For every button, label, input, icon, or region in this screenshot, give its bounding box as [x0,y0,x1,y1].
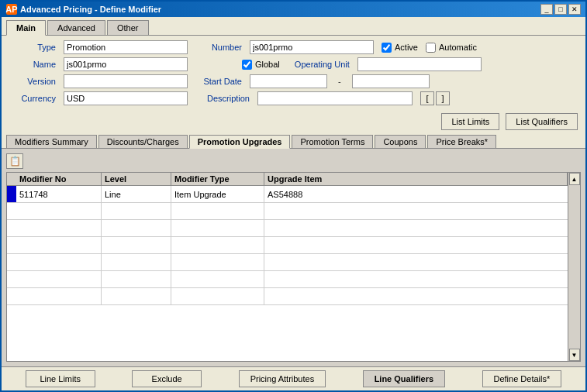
cell-modifier-type [171,220,264,236]
cell-modifier-type [171,288,264,304]
tab-advanced[interactable]: Advanced [47,20,105,35]
cell-modifier-no [16,288,102,304]
automatic-label: Automatic [439,43,477,52]
scroll-down-button[interactable]: ▼ [569,349,580,361]
form-area: Type Number Active Automatic Name Global… [2,36,585,112]
tab-price-breaks[interactable]: Price Breaks* [427,135,496,148]
cell-modifier-no [16,271,102,287]
table-row[interactable] [7,254,580,271]
number-label: Number [195,43,242,52]
toolbar-row: 📋 [6,153,581,169]
cell-modifier-type [171,271,264,287]
tab-promotion-terms[interactable]: Promotion Terms [292,135,373,148]
cell-modifier-type: Item Upgrade [171,186,264,202]
cell-upgrade-item: AS54888 [264,186,580,202]
cell-level [102,254,171,270]
start-date-input[interactable] [250,74,327,88]
list-limits-button[interactable]: List Limits [441,113,499,130]
exclude-button[interactable]: Exclude [132,370,202,387]
table-row[interactable] [7,220,580,237]
active-checkbox[interactable] [382,43,392,53]
data-table: Modifier No Level Modifier Type Upgrade … [6,172,581,362]
name-label: Name [9,60,56,69]
cell-upgrade-item [264,271,580,287]
list-qualifiers-button[interactable]: List Qualifiers [506,113,578,130]
version-input[interactable] [64,74,188,88]
cell-level: Line [102,186,171,202]
cell-modifier-no [16,203,102,219]
tab-modifiers-summary[interactable]: Modifiers Summary [6,135,97,148]
header-indicator [7,173,16,185]
start-date-label: Start Date [195,77,242,86]
cell-modifier-no [16,254,102,270]
row-indicator [7,271,16,287]
number-input[interactable] [250,40,374,54]
scroll-track[interactable] [568,185,580,349]
main-tabs-bar: Main Advanced Other [2,17,585,36]
form-row-name: Name Global Operating Unit [9,57,578,71]
active-label: Active [395,43,418,52]
global-checkbox-group: Global [242,60,280,70]
restore-button[interactable]: □ [554,4,567,15]
tab-main[interactable]: Main [6,20,46,36]
bracket-close-button[interactable]: ] [436,91,450,105]
table-body: 511748 Line Item Upgrade AS54888 [7,186,580,361]
currency-label: Currency [9,94,56,103]
currency-input[interactable] [64,91,188,105]
form-row-version: Version Start Date - [9,74,578,88]
content-area: 📋 Modifier No Level Modifier Type Upgrad… [2,149,585,366]
tab-promotion-upgrades[interactable]: Promotion Upgrades [189,135,291,149]
tab-other[interactable]: Other [107,20,149,35]
type-input[interactable] [64,40,188,54]
row-selected-indicator [7,186,16,202]
cell-modifier-no: 511748 [16,186,102,202]
tab-discounts-charges[interactable]: Discounts/Charges [98,135,188,148]
cell-upgrade-item [264,220,580,236]
global-checkbox[interactable] [242,60,252,70]
table-row[interactable]: 511748 Line Item Upgrade AS54888 [7,186,580,203]
title-bar: AP Advanced Pricing - Define Modifier _ … [2,2,585,17]
end-date-input[interactable] [352,74,430,88]
automatic-checkbox-group: Automatic [426,43,477,53]
global-label: Global [255,60,280,69]
bracket-open-button[interactable]: [ [420,91,434,105]
col-header-modifier-type: Modifier Type [171,173,264,185]
name-input[interactable] [64,57,188,71]
table-row[interactable] [7,203,580,220]
col-header-level: Level [102,173,171,185]
row-indicator [7,220,16,236]
cell-upgrade-item [264,288,580,304]
define-details-button[interactable]: Define Details* [482,370,562,387]
tab-coupons[interactable]: Coupons [375,135,426,148]
cell-level [102,237,171,253]
row-indicator [7,254,16,270]
close-button[interactable]: ✕ [568,4,581,15]
form-row-currency: Currency Description [ ] [9,91,578,105]
line-limits-button[interactable]: Line Limits [26,370,95,387]
cell-modifier-type [171,203,264,219]
add-row-icon[interactable]: 📋 [6,153,23,169]
table-row[interactable] [7,288,580,305]
cell-upgrade-item [264,203,580,219]
type-label: Type [9,43,56,52]
table-row[interactable] [7,271,580,288]
pricing-attributes-button[interactable]: Pricing Attributes [239,370,326,387]
cell-modifier-type [171,237,264,253]
bottom-bar: Line Limits Exclude Pricing Attributes L… [2,366,585,390]
row-indicator [7,288,16,304]
title-bar-left: AP Advanced Pricing - Define Modifier [6,4,161,15]
cell-level [102,271,171,287]
scroll-up-button[interactable]: ▲ [569,173,580,185]
cell-level [102,220,171,236]
description-input[interactable] [257,91,413,105]
cell-modifier-no [16,237,102,253]
cell-modifier-type [171,254,264,270]
vertical-scrollbar[interactable]: ▲ ▼ [568,173,580,361]
cell-modifier-no [16,220,102,236]
automatic-checkbox[interactable] [426,43,436,53]
operating-unit-input[interactable] [357,57,482,71]
description-label: Description [195,94,250,103]
line-qualifiers-button[interactable]: Line Qualifiers [363,370,445,387]
minimize-button[interactable]: _ [540,4,553,15]
table-row[interactable] [7,237,580,254]
